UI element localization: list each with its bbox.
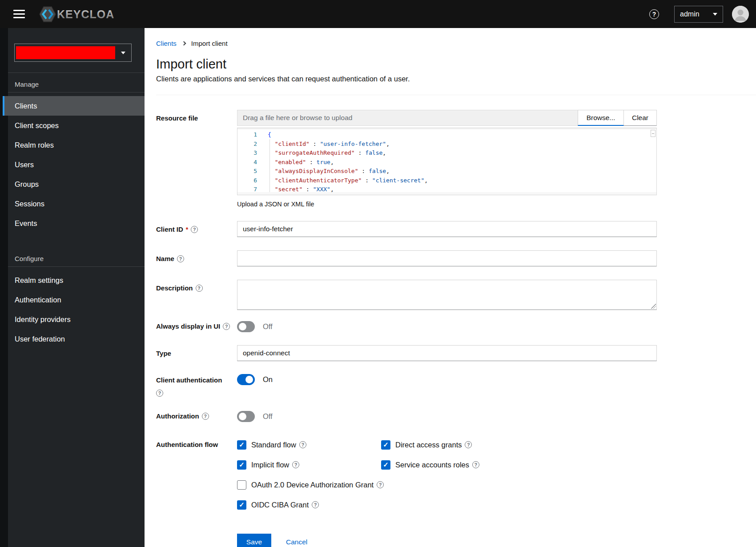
checkbox-checked-icon[interactable] — [237, 460, 246, 470]
help-icon[interactable]: ? — [649, 9, 659, 19]
type-input[interactable] — [237, 345, 657, 361]
checkbox-oidc-ciba-grant: OIDC CIBA Grant — [237, 500, 657, 510]
code-line: 2 "clientId" : "user-info-fetcher", — [237, 140, 656, 149]
help-question-icon[interactable] — [472, 461, 479, 468]
help-question-icon[interactable] — [177, 255, 184, 262]
help-question-icon[interactable] — [156, 390, 163, 397]
help-question-icon[interactable] — [377, 481, 384, 488]
always-display-row: Always display in UI Off — [156, 321, 756, 332]
resource-file-label: Resource file — [156, 110, 237, 122]
sidebar-item-user-federation[interactable]: User federation — [0, 329, 145, 349]
code-line: 5 "alwaysDisplayInConsole" : false, — [237, 167, 656, 176]
code-line: 6 "clientAuthenticatorType" : "client-se… — [237, 176, 656, 185]
line-number: 2 — [237, 140, 268, 149]
upload-helper-text: Upload a JSON or XML file — [237, 201, 657, 208]
name-label: Name — [156, 250, 237, 262]
client-id-row: Client ID * — [156, 221, 756, 237]
nav-group-manage: Manage — [0, 73, 145, 92]
help-question-icon[interactable] — [191, 226, 198, 233]
avatar[interactable] — [732, 6, 749, 23]
browse-button[interactable]: Browse... — [578, 110, 624, 126]
editor-scrollbar-thumb[interactable] — [651, 130, 655, 137]
always-display-label: Always display in UI — [156, 321, 237, 330]
checkbox-checked-icon[interactable] — [237, 440, 246, 450]
authentication-flow-row: Authentication flow Standard flow Direct… — [156, 440, 756, 510]
checkbox-unchecked-icon[interactable] — [237, 480, 246, 490]
page-title: Import client — [156, 56, 756, 72]
client-id-input[interactable] — [237, 221, 657, 237]
description-label: Description — [156, 280, 237, 292]
code-line: 4 "enabled" : true, — [237, 158, 656, 167]
form-actions-row: Save Cancel — [156, 534, 756, 547]
save-button[interactable]: Save — [237, 534, 271, 547]
cancel-button[interactable]: Cancel — [286, 538, 307, 546]
sidebar-item-sessions[interactable]: Sessions — [0, 194, 145, 213]
checkbox-checked-icon[interactable] — [237, 500, 246, 510]
help-question-icon[interactable] — [223, 323, 230, 330]
clear-button[interactable]: Clear — [624, 110, 657, 126]
sidebar-item-events[interactable]: Events — [0, 213, 145, 233]
hamburger-menu-icon[interactable] — [13, 10, 25, 18]
user-menu-label: admin — [680, 10, 700, 18]
realm-name-redacted — [16, 46, 115, 59]
sidebar-item-clients[interactable]: Clients — [3, 96, 145, 116]
breadcrumb-link-clients[interactable]: Clients — [156, 40, 177, 47]
help-question-icon[interactable] — [299, 441, 306, 448]
help-question-icon[interactable] — [196, 285, 203, 292]
toggle-state-label: Off — [263, 322, 273, 331]
client-authentication-label: Client authentication — [156, 374, 237, 397]
help-question-icon[interactable] — [465, 441, 472, 448]
code-editor[interactable]: 1 { 2 "clientId" : "user-info-fetcher", … — [237, 128, 657, 195]
description-textarea[interactable] — [237, 280, 657, 310]
sidebar-item-users[interactable]: Users — [0, 155, 145, 174]
help-question-icon[interactable] — [202, 413, 209, 420]
checkbox-checked-icon[interactable] — [381, 440, 390, 450]
authorization-label: Authorization — [156, 410, 237, 420]
checkbox-oauth-device-grant: OAuth 2.0 Device Authorization Grant — [237, 480, 657, 490]
breadcrumb-current: Import client — [191, 40, 228, 47]
editor-horizontal-scrollbar[interactable] — [237, 192, 656, 195]
sidebar-item-authentication[interactable]: Authentication — [0, 290, 145, 310]
line-number: 6 — [237, 176, 268, 185]
help-question-icon[interactable] — [292, 461, 299, 468]
checkbox-standard-flow: Standard flow — [237, 440, 381, 450]
name-row: Name — [156, 250, 756, 266]
code-line: 3 "surrogateAuthRequired" : false, — [237, 149, 656, 158]
checkbox-service-accounts-roles: Service accounts roles — [381, 460, 657, 470]
authorization-toggle[interactable] — [237, 411, 255, 422]
resource-file-row: Resource file Drag a file here or browse… — [156, 110, 756, 208]
always-display-toggle[interactable] — [237, 321, 255, 332]
page-subtitle: Clients are applications and services th… — [156, 74, 756, 84]
sidebar-item-client-scopes[interactable]: Client scopes — [0, 116, 145, 135]
checkbox-checked-icon[interactable] — [381, 460, 390, 470]
client-authentication-toggle[interactable] — [237, 374, 255, 385]
sidebar-item-realm-settings[interactable]: Realm settings — [0, 270, 145, 290]
checkbox-direct-access-grants: Direct access grants — [381, 440, 657, 450]
keycloak-logo: KEYCLOAK — [38, 5, 114, 23]
name-input[interactable] — [237, 250, 657, 266]
checkbox-implicit-flow: Implicit flow — [237, 460, 381, 470]
line-number: 1 — [237, 130, 268, 140]
file-upload-input[interactable]: Drag a file here or browse to upload — [237, 110, 578, 126]
sidebar-item-groups[interactable]: Groups — [0, 174, 145, 194]
realm-caret-down-icon — [121, 52, 125, 54]
realm-selector[interactable] — [14, 44, 132, 62]
help-question-icon[interactable] — [312, 501, 319, 508]
client-authentication-row: Client authentication On — [156, 374, 756, 397]
caret-down-icon — [713, 13, 717, 16]
user-menu-dropdown[interactable]: admin — [674, 6, 723, 23]
import-client-form: Resource file Drag a file here or browse… — [156, 95, 756, 547]
breadcrumb: Clients Import client — [156, 40, 756, 47]
sidebar-nav: Manage Clients Client scopes Realm roles… — [0, 72, 145, 349]
line-number: 4 — [237, 158, 268, 167]
sidebar-item-identity-providers[interactable]: Identity providers — [0, 310, 145, 329]
description-row: Description — [156, 280, 756, 310]
line-number: 3 — [237, 149, 268, 158]
client-id-label: Client ID * — [156, 221, 237, 233]
svg-text:KEYCLOAK: KEYCLOAK — [57, 8, 114, 20]
user-icon — [732, 6, 749, 23]
type-label: Type — [156, 345, 237, 357]
masthead: KEYCLOAK ? admin — [0, 0, 756, 28]
sidebar-item-realm-roles[interactable]: Realm roles — [0, 135, 145, 155]
authentication-flow-options: Standard flow Direct access grants Impli… — [237, 440, 657, 510]
